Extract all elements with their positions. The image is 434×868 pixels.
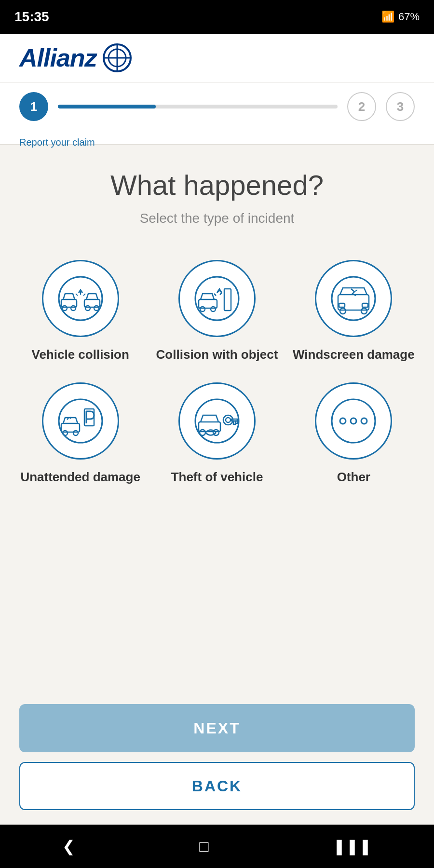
- vehicle-collision-label: Vehicle collision: [32, 347, 129, 363]
- svg-rect-18: [224, 289, 231, 311]
- progress-section: 1 2 3 Report your claim: [0, 82, 434, 145]
- svg-rect-40: [233, 421, 235, 424]
- logo-text: Allianz: [19, 43, 97, 72]
- svg-point-41: [332, 399, 375, 443]
- allianz-logo-icon: [103, 43, 132, 72]
- svg-point-4: [59, 277, 102, 320]
- unattended-svg: [56, 397, 105, 445]
- collision-object-svg: [193, 274, 241, 323]
- svg-point-7: [71, 306, 76, 311]
- other-icon-circle: [315, 382, 392, 460]
- bottom-nav: ❮ □ ❚❚❚: [0, 825, 434, 868]
- step-3-circle: 3: [386, 92, 415, 121]
- battery-text: 67%: [398, 11, 420, 23]
- vehicle-collision-svg: [56, 274, 105, 323]
- svg-point-14: [195, 277, 239, 320]
- svg-point-16: [200, 307, 205, 312]
- incident-collision-object[interactable]: Collision with object: [156, 260, 278, 363]
- svg-line-11: [76, 294, 78, 296]
- other-label: Other: [337, 469, 370, 486]
- svg-point-31: [73, 431, 78, 435]
- progress-wrapper: 1 2 3 Report your claim: [19, 92, 415, 135]
- windscreen-svg: [329, 274, 378, 323]
- step-2-circle: 2: [347, 92, 376, 121]
- step-1-circle: 1: [19, 92, 48, 121]
- svg-point-6: [62, 306, 67, 311]
- svg-line-12: [83, 294, 85, 296]
- incident-vehicle-collision[interactable]: Vehicle collision: [19, 260, 141, 363]
- svg-point-34: [200, 430, 205, 435]
- main-content: What happened? Select the type of incide…: [0, 145, 434, 694]
- recent-nav-icon[interactable]: ❚❚❚: [333, 837, 372, 855]
- svg-point-37: [226, 418, 231, 422]
- other-svg: [329, 397, 378, 445]
- status-bar: 15:35 📶 67%: [0, 0, 434, 34]
- theft-icon-circle: [178, 382, 256, 460]
- back-nav-icon[interactable]: ❮: [62, 837, 75, 855]
- main-subtitle: Select the type of incident: [140, 211, 295, 226]
- collision-object-icon-circle: [178, 260, 256, 337]
- unattended-label: Unattended damage: [20, 469, 140, 486]
- incident-unattended[interactable]: Unattended damage: [19, 382, 141, 486]
- svg-rect-26: [362, 303, 368, 307]
- svg-point-42: [340, 418, 346, 424]
- svg-point-23: [340, 308, 346, 314]
- back-button[interactable]: BACK: [19, 762, 415, 810]
- svg-rect-39: [236, 421, 238, 423]
- buttons-section: NEXT BACK: [0, 694, 434, 825]
- theft-svg: [193, 397, 241, 445]
- svg-point-27: [59, 399, 102, 443]
- windscreen-icon-circle: [315, 260, 392, 337]
- svg-point-17: [211, 307, 216, 312]
- wifi-icon: 📶: [381, 11, 394, 23]
- svg-line-20: [220, 293, 222, 295]
- windscreen-label: Windscreen damage: [293, 347, 415, 363]
- progress-bar-fill: [58, 105, 156, 108]
- next-button[interactable]: NEXT: [19, 704, 415, 752]
- main-title: What happened?: [110, 169, 324, 201]
- svg-point-10: [94, 306, 99, 311]
- header: Allianz: [0, 34, 434, 82]
- unattended-icon-circle: [42, 382, 119, 460]
- svg-point-24: [361, 308, 367, 314]
- status-icons: 📶 67%: [381, 11, 420, 23]
- collision-object-label: Collision with object: [156, 347, 278, 363]
- theft-label: Theft of vehicle: [171, 469, 263, 486]
- incident-other[interactable]: Other: [293, 382, 415, 486]
- home-nav-icon[interactable]: □: [199, 838, 208, 855]
- progress-row: 1 2 3: [19, 92, 415, 121]
- svg-point-44: [361, 418, 367, 424]
- incident-windscreen[interactable]: Windscreen damage: [293, 260, 415, 363]
- status-time: 15:35: [14, 9, 49, 25]
- svg-line-19: [214, 294, 216, 296]
- incident-grid: Vehicle collision: [19, 260, 415, 486]
- incident-theft[interactable]: Theft of vehicle: [156, 382, 278, 486]
- svg-point-43: [351, 418, 356, 424]
- svg-point-9: [85, 306, 90, 311]
- svg-rect-25: [339, 303, 345, 307]
- svg-point-30: [63, 431, 68, 435]
- vehicle-collision-icon-circle: [42, 260, 119, 337]
- step-description: Report your claim: [19, 137, 95, 148]
- logo-container: Allianz: [19, 43, 132, 72]
- progress-bar-container: [58, 105, 338, 108]
